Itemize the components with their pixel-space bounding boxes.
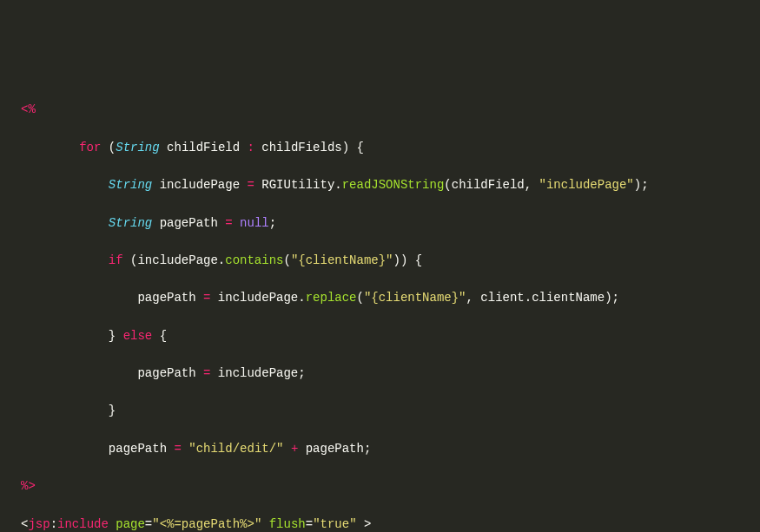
code-line: pagePath = includePage.replace("{clientN… [0, 289, 760, 308]
code-editor[interactable]: <% for (String childField : childFields)… [0, 82, 760, 532]
code-line: <% [0, 101, 760, 120]
code-line: if (includePage.contains("{clientName}")… [0, 252, 760, 271]
code-line: } [0, 402, 760, 421]
code-line: pagePath = includePage; [0, 365, 760, 384]
code-line: String includePage = RGIUtility.readJSON… [0, 176, 760, 195]
scriptlet-open: <% [21, 102, 36, 116]
scriptlet-close: %> [21, 479, 36, 493]
code-line: for (String childField : childFields) { [0, 139, 760, 158]
code-line: %> [0, 477, 760, 496]
code-line: <jsp:include page="<%=pagePath%>" flush=… [0, 516, 760, 532]
code-line: String pagePath = null; [0, 214, 760, 233]
code-line: pagePath = "child/edit/" + pagePath; [0, 440, 760, 459]
code-line: } else { [0, 327, 760, 346]
